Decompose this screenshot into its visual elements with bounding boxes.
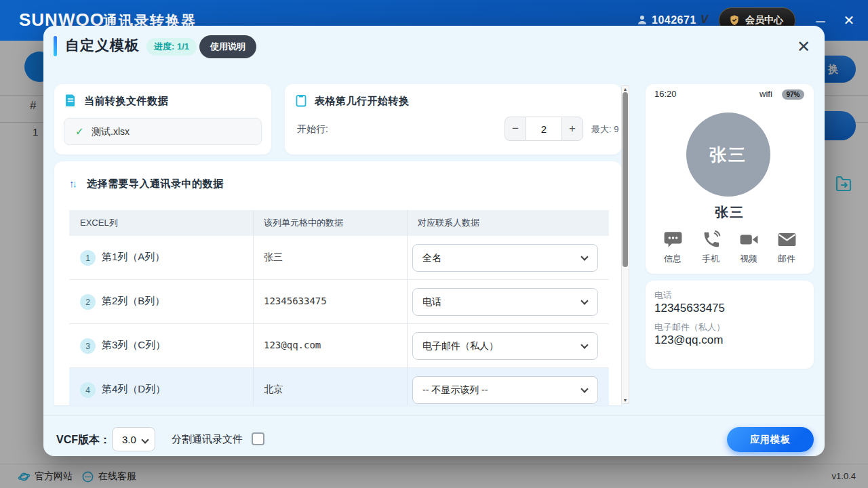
user-id[interactable]: 1042671 <box>652 14 696 26</box>
vcf-version-label: VCF版本： <box>56 433 111 447</box>
apply-template-button[interactable]: 应用模板 <box>727 427 814 452</box>
wifi-label: wifi <box>760 89 772 99</box>
message-action[interactable]: 信息 <box>655 229 690 265</box>
vip-badge-icon: V <box>701 13 708 26</box>
increment-button[interactable]: + <box>561 117 583 141</box>
vertical-scrollbar[interactable]: ▲ ▼ <box>621 85 629 404</box>
divider <box>253 368 254 405</box>
contact-fields-card: 电话 12345633475 电子邮件（私人） 123@qq.com <box>646 281 814 369</box>
cell-sample-value: 北京 <box>264 384 283 396</box>
file-item[interactable]: ✓ 测试.xlsx <box>64 118 262 145</box>
row-index-badge: 3 <box>80 338 96 354</box>
usage-instructions-button[interactable]: 使用说明 <box>199 35 256 58</box>
contact-name: 张三 <box>646 203 814 222</box>
progress-badge: 进度: 1/1 <box>146 38 197 56</box>
field-value: 123@qq.com <box>654 333 723 347</box>
header-cell-data: 该列单元格中的数据 <box>264 217 343 229</box>
app-window: # 1 换 官方网站 在线客服 v1.0.4 <box>0 0 868 488</box>
message-icon <box>663 229 684 250</box>
footer-divider <box>43 415 825 416</box>
current-file-card: 当前转换文件数据 ✓ 测试.xlsx <box>54 84 271 155</box>
table-row: 2 第2列（B列） 12345633475 电话 <box>69 280 609 324</box>
start-row-card: 表格第几行开始转换 开始行: − 2 + 最大: 9 <box>285 84 621 155</box>
sort-arrows-icon: ↑↓ <box>69 178 75 189</box>
chevron-down-icon <box>580 385 588 392</box>
avatar: 张三 <box>686 113 770 197</box>
mapping-title: 选择需要导入通讯录中的数据 <box>87 178 224 190</box>
header-contact-field: 对应联系人数据 <box>418 217 479 229</box>
start-row-label: 开始行: <box>297 123 328 136</box>
call-action[interactable]: 手机 <box>693 229 728 265</box>
contact-field-select[interactable]: 电子邮件（私人） <box>412 332 598 360</box>
cell-sample-value: 123@qq.com <box>264 340 321 350</box>
divider <box>407 280 408 324</box>
video-action[interactable]: 视频 <box>731 229 766 265</box>
start-row-title: 表格第几行开始转换 <box>315 95 410 108</box>
contact-field-select[interactable]: 全名 <box>412 244 598 272</box>
scroll-down-arrow[interactable]: ▼ <box>622 398 629 403</box>
cell-sample-value: 张三 <box>264 251 283 264</box>
table-row: 4 第4列（D列） 北京 -- 不显示该列 -- <box>69 368 609 405</box>
excel-column-label: 第3列（C列） <box>102 339 165 352</box>
table-row: 3 第3列（C列） 123@qq.com 电子邮件（私人） <box>69 324 609 368</box>
row-index-badge: 1 <box>80 250 96 266</box>
scroll-up-arrow[interactable]: ▲ <box>622 87 629 92</box>
title-accent-bar <box>54 36 57 56</box>
phone-icon <box>701 229 722 250</box>
battery-badge: 97% <box>782 89 804 100</box>
custom-template-dialog: 自定义模板 进度: 1/1 使用说明 ✕ 当前转换文件数据 ✓ 测试.xlsx <box>43 26 825 456</box>
field-label: 电话 <box>654 289 672 302</box>
chevron-down-icon <box>580 297 588 304</box>
gold-shield-icon <box>728 14 741 26</box>
check-icon: ✓ <box>75 125 84 138</box>
contact-field-select[interactable]: -- 不显示该列 -- <box>412 376 598 404</box>
max-row-label: 最大: 9 <box>591 123 618 136</box>
clipboard-icon <box>294 94 308 110</box>
chevron-down-icon <box>580 341 588 348</box>
divider <box>407 210 408 236</box>
table-header-row: EXCEL列 该列单元格中的数据 对应联系人数据 <box>69 210 609 236</box>
header-excel-column: EXCEL列 <box>80 217 118 229</box>
document-icon <box>64 94 77 110</box>
table-row: 1 第1列（A列） 张三 全名 <box>69 236 609 280</box>
excel-column-label: 第2列（B列） <box>102 295 165 308</box>
dialog-close-button[interactable]: ✕ <box>792 35 815 58</box>
excel-column-label: 第1列（A列） <box>102 251 165 264</box>
mail-icon <box>776 229 797 250</box>
divider <box>253 236 254 280</box>
divider <box>253 324 254 368</box>
divider <box>407 324 408 368</box>
split-file-label: 分割通讯录文件 <box>172 433 243 446</box>
preview-time: 16:20 <box>654 89 677 99</box>
divider <box>253 280 254 324</box>
field-label: 电子邮件（私人） <box>654 321 725 333</box>
file-name: 测试.xlsx <box>92 126 130 138</box>
chevron-down-icon <box>141 436 149 443</box>
row-index-badge: 2 <box>80 294 96 310</box>
contact-actions: 信息 手机 视频 <box>646 229 814 265</box>
cell-sample-value: 12345633475 <box>264 296 327 306</box>
dialog-title: 自定义模板 <box>65 36 140 55</box>
chevron-down-icon <box>580 253 588 260</box>
vcf-version-select[interactable]: 3.0 <box>112 427 155 451</box>
excel-column-label: 第4列（D列） <box>102 383 165 396</box>
video-icon <box>738 229 760 250</box>
contact-preview-card: 16:20 wifi 97% 张三 张三 信息 手机 <box>646 84 814 274</box>
column-mapping-card: ↑↓ 选择需要导入通讯录中的数据 EXCEL列 该列单元格中的数据 对应联系人数… <box>54 161 621 405</box>
split-file-checkbox[interactable] <box>252 432 264 445</box>
current-file-title: 当前转换文件数据 <box>84 95 168 108</box>
mapping-table: EXCEL列 该列单元格中的数据 对应联系人数据 1 第1列（A列） 张三 全名 <box>69 210 609 405</box>
row-index-badge: 4 <box>80 382 96 398</box>
divider <box>407 236 408 280</box>
contact-field-select[interactable]: 电话 <box>412 288 598 316</box>
decrement-button[interactable]: − <box>505 117 526 141</box>
start-row-input[interactable]: 2 <box>526 117 561 141</box>
scrollbar-thumb[interactable] <box>623 92 628 267</box>
field-value: 12345633475 <box>654 302 725 315</box>
divider <box>253 210 254 236</box>
window-close-button[interactable]: ✕ <box>838 9 860 31</box>
mail-action[interactable]: 邮件 <box>769 229 804 265</box>
divider <box>407 368 408 405</box>
